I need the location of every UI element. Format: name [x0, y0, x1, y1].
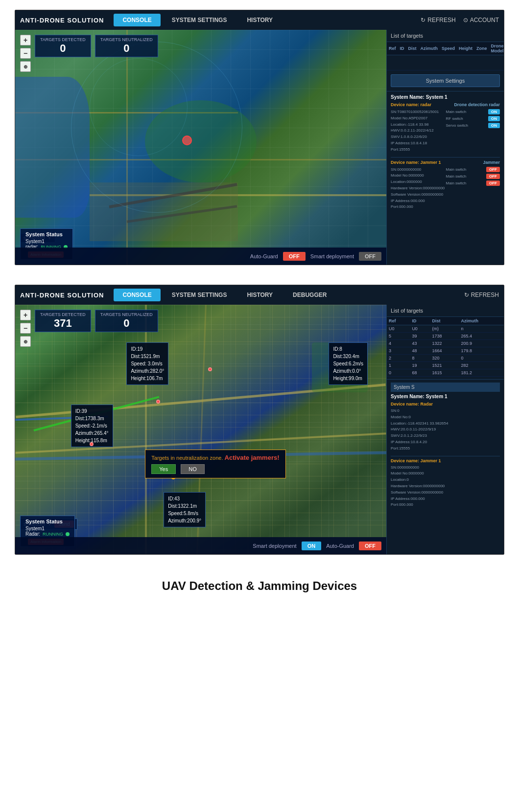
nav-right-2: ↻ REFRESH — [464, 292, 499, 298]
servo-switch-on-1[interactable]: ON — [488, 123, 500, 128]
drone-popup-43: ID:43 Dist:1322.1m Speed:5.8m/s Azimuth:… — [164, 492, 206, 527]
stats-panel-2: Targets detected 371 Targets neutralized… — [35, 310, 158, 332]
locate-btn-2[interactable]: ⊕ — [20, 336, 31, 347]
map-bg-1: + − ⊕ Targets detected 0 Targets neutral… — [15, 30, 386, 265]
smart-deploy-toggle-2[interactable]: ON — [302, 541, 322, 550]
app-window-1: ANTI-DRONE SOLUTION CONSOLE SYSTEM SETTI… — [15, 10, 504, 265]
zoom-out-btn-2[interactable]: − — [20, 323, 31, 334]
targets-neutralized-box-1: Targets neutralized 0 — [95, 35, 158, 57]
account-btn-1[interactable]: ⊙ ACCOUNT — [463, 17, 499, 23]
tab-settings-1[interactable]: SYSTEM SETTINGS — [163, 14, 236, 26]
device-radar-section: Device name: radar Drone detection radar… — [391, 102, 500, 153]
right-panel-1: List of targets Ref ID Dist Azimuth Spee… — [386, 30, 504, 265]
sys-info-2: System S System Name: System 1 Device na… — [387, 379, 504, 515]
dialog-yes-btn[interactable]: Yes — [151, 464, 176, 474]
rf-switch-on-1[interactable]: ON — [488, 116, 500, 121]
bottom-bar-2: Smart deployment ON Auto-Guard OFF — [15, 537, 386, 554]
map-area-1: + − ⊕ Targets detected 0 Targets neutral… — [15, 30, 386, 265]
targets-list-header-1: List of targets — [387, 30, 504, 42]
col-azimuth: Azimuth — [419, 42, 440, 55]
table-row[interactable] — [387, 55, 504, 70]
col-height: Height — [457, 42, 474, 55]
neutralization-dialog: Targets in neutralization zone. Activate… — [145, 450, 285, 478]
stats-panel-1: Targets detected 0 Targets neutralized 0 — [35, 35, 158, 57]
drone-popup-19: ID:19 Dist:1521.9m Speed: 3.0m/s Azimuth… — [126, 342, 168, 385]
refresh-btn-1[interactable]: ↻ REFRESH — [421, 17, 455, 23]
tab-console-1[interactable]: CONSOLE — [114, 14, 160, 26]
smart-deploy-toggle-1[interactable]: OFF — [359, 252, 381, 261]
bottom-bar-1: Auto-Guard OFF Smart deployment OFF — [15, 248, 386, 265]
tab-history-2[interactable]: HISTORY — [238, 289, 282, 301]
auto-guard-toggle-2[interactable]: OFF — [359, 541, 381, 550]
right-panel-2: List of targets Ref ID Dist Azimuth U0U0… — [386, 305, 504, 554]
page-title: UAV Detection & Jamming Devices — [24, 579, 495, 593]
table-row-2[interactable]: U0U0(m)n — [387, 325, 504, 333]
main-switch-on-1[interactable]: ON — [488, 109, 500, 114]
device-jammer-section-2: Device name: Jammer 1 SN:0000000000 Mode… — [391, 456, 500, 509]
table-row-2[interactable]: 1191521282 — [387, 362, 504, 369]
col-model: Drone Model — [489, 42, 504, 55]
col2-ref: Ref — [387, 317, 410, 325]
app-window-2: ANTI-DRONE SOLUTION CONSOLE SYSTEM SETTI… — [15, 285, 504, 555]
targets-detected-box-1: Targets detected 0 — [35, 35, 91, 57]
nav-bar-2: ANTI-DRONE SOLUTION CONSOLE SYSTEM SETTI… — [15, 285, 504, 305]
map-area-2: ID:19 Dist:1521.9m Speed: 3.0m/s Azimuth… — [15, 305, 386, 554]
nav-bar-1: ANTI-DRONE SOLUTION CONSOLE SYSTEM SETTI… — [15, 10, 504, 30]
col2-dist: Dist — [430, 317, 459, 325]
drone-popup-39: ID:39 Dist:1738.3m Speed:-2.1m/s Azimuth… — [71, 405, 113, 447]
main-content-1: + − ⊕ Targets detected 0 Targets neutral… — [15, 30, 504, 265]
tab-debugger-2[interactable]: DEBUGGER — [284, 289, 335, 301]
jammer-sw2[interactable]: OFF — [486, 174, 500, 179]
table-row-2[interactable]: 3481664179.8 — [387, 347, 504, 355]
tab-history-1[interactable]: HISTORY — [238, 14, 282, 26]
map-controls-2: + − ⊕ — [20, 310, 31, 347]
sys-settings-btn-1[interactable]: System Settings — [391, 74, 500, 87]
nav-right-1: ↻ REFRESH ⊙ ACCOUNT — [421, 17, 499, 23]
device-radar-section-2: Device name: Radar SN:0 Model No:0 Locat… — [391, 402, 500, 452]
col-dist: Dist — [406, 42, 419, 55]
col-ref: Ref — [387, 42, 398, 55]
auto-guard-toggle-1[interactable]: OFF — [283, 252, 306, 261]
jammer-sw1[interactable]: OFF — [486, 167, 500, 172]
col2-id: ID — [410, 317, 430, 325]
refresh-btn-2[interactable]: ↻ REFRESH — [464, 292, 499, 298]
page-title-section: UAV Detection & Jamming Devices — [15, 564, 504, 612]
brand-label-1: ANTI-DRONE SOLUTION — [20, 17, 104, 24]
map-controls-1: + − ⊕ — [20, 35, 31, 72]
dialog-no-btn[interactable]: NO — [181, 464, 205, 474]
targets-neutralized-box-2: Targets neutralized 0 — [95, 310, 158, 332]
main-content-2: ID:19 Dist:1521.9m Speed: 3.0m/s Azimuth… — [15, 305, 504, 554]
targets-detected-box-2: Targets detected 371 — [35, 310, 91, 332]
jammer-sw3[interactable]: OFF — [486, 180, 500, 186]
locate-btn[interactable]: ⊕ — [20, 61, 31, 72]
targets-table-1: Ref ID Dist Azimuth Speed Height Zone Dr… — [387, 42, 504, 70]
refresh-icon-2: ↻ — [464, 292, 469, 298]
table-row-2[interactable]: 5391738265.4 — [387, 333, 504, 340]
table-row-2[interactable]: 283200 — [387, 355, 504, 362]
zoom-in-btn[interactable]: + — [20, 35, 31, 45]
brand-label-2: ANTI-DRONE SOLUTION — [20, 292, 104, 299]
col2-azimuth: Azimuth — [459, 317, 504, 325]
table-row-2[interactable]: 4431322200.9 — [387, 340, 504, 347]
refresh-icon: ↻ — [421, 17, 425, 23]
table-row-2[interactable]: 0681615181.2 — [387, 369, 504, 377]
targets-list-header-2: List of targets — [387, 305, 504, 317]
zoom-out-btn[interactable]: − — [20, 48, 31, 59]
targets-table-2: Ref ID Dist Azimuth U0U0(m)n5391738265.4… — [387, 317, 504, 377]
sys-info-1: System Name: System 1 Device name: radar… — [387, 91, 504, 217]
drone-popup-8: ID:8 Dist:320.4m Speed:6.2m/s Azimuth:0.… — [329, 342, 368, 385]
col-zone: Zone — [474, 42, 489, 55]
account-icon: ⊙ — [463, 17, 468, 23]
tab-settings-2[interactable]: SYSTEM SETTINGS — [163, 289, 236, 301]
col-speed: Speed — [440, 42, 457, 55]
zoom-in-btn-2[interactable]: + — [20, 310, 31, 320]
tab-console-2[interactable]: CONSOLE — [114, 289, 160, 301]
col-id: ID — [398, 42, 406, 55]
status-dot-2 — [66, 532, 70, 536]
map-bg-2: ID:19 Dist:1521.9m Speed: 3.0m/s Azimuth… — [15, 305, 386, 554]
device-jammer-section: Device name: Jammer 1 Jammer SN:00000000… — [391, 157, 500, 211]
